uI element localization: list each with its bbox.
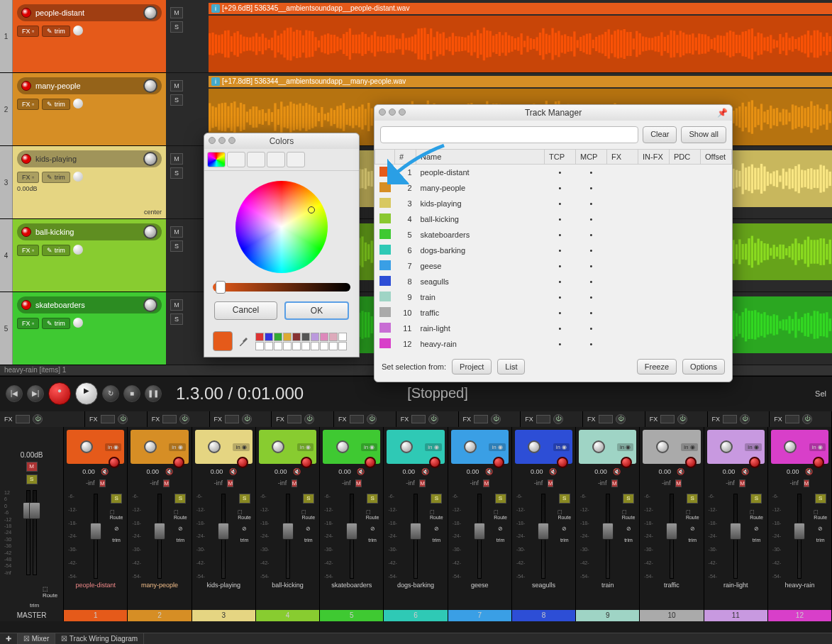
channel-fader[interactable] [797,494,802,579]
fx-slot[interactable] [536,415,550,423]
spectrum-tab[interactable] [267,152,285,167]
track-color-swatch[interactable] [379,307,391,317]
trim-button[interactable]: ✎ trim [42,26,70,37]
color-preset[interactable] [255,333,264,341]
color-preset[interactable] [329,342,338,350]
solo-button[interactable]: S [623,494,634,504]
mute-button[interactable]: M [163,479,170,487]
record-arm-icon[interactable] [621,457,632,468]
table-header[interactable]: Offset [701,150,732,165]
mcp-dot[interactable]: • [576,180,607,196]
fx-slot[interactable] [350,415,364,423]
table-row[interactable]: 6 dogs-barking • • [375,243,732,258]
color-preset[interactable] [301,333,310,341]
in-badge[interactable]: in ◉ [553,443,570,451]
track-search-input[interactable] [380,126,638,143]
solo-button[interactable]: S [431,494,442,504]
color-wheel[interactable] [235,181,328,273]
table-header[interactable]: # [395,150,416,165]
project-button[interactable]: Project [452,359,492,374]
fx-button[interactable]: FX ▫ [17,318,39,329]
record-arm-icon[interactable] [685,457,697,468]
power-icon[interactable]: ⏻ [677,414,687,424]
close-icon[interactable] [379,109,386,116]
table-row[interactable]: 7 geese • • [375,258,732,274]
fx-cell[interactable]: FX ⏻ [396,411,459,427]
power-icon[interactable]: ⏻ [428,414,438,424]
record-arm-icon[interactable] [237,457,248,468]
cancel-button[interactable]: Cancel [214,301,277,320]
trim-button[interactable]: ✎ trim [42,245,70,256]
route-icon[interactable]: ⬚Route [238,509,251,520]
track-manager-panel[interactable]: Track Manager 📌 Clear Show all #NameTCPM… [374,104,733,382]
color-preset[interactable] [338,333,347,341]
tcp-dot[interactable]: • [545,305,576,321]
in-badge[interactable]: in ◉ [489,443,505,451]
fader-cap[interactable] [154,523,165,540]
colorwheel-tab[interactable] [207,152,226,167]
table-header[interactable]: TCP [545,150,576,165]
in-badge[interactable]: in ◉ [425,443,441,451]
route-icon[interactable]: ⬚Route [174,509,187,520]
solo-button[interactable]: S [495,494,506,504]
in-badge[interactable]: in ◉ [681,443,697,451]
solo-button[interactable]: S [170,313,183,325]
channel-fader[interactable] [221,494,226,579]
crayons-tab[interactable] [287,152,305,167]
route-icon[interactable]: ⬚Route [366,509,379,520]
mixer-channel[interactable]: in ◉ 0.00 🔇 -inf M -6--12--18--24--30--4… [128,427,192,621]
route-icon[interactable]: ⬚Route [750,509,763,520]
track-color-swatch[interactable] [379,245,391,255]
mixer-channel[interactable]: in ◉ 0.00 🔇 -inf M -6--12--18--24--30--4… [256,427,320,621]
phase-icon[interactable]: ⊘ [754,526,759,532]
fader-cap[interactable] [410,523,421,540]
color-preset[interactable] [274,342,282,350]
fx-slot[interactable] [287,415,301,423]
route-icon[interactable]: ⬚Route [43,586,57,599]
fx-slot[interactable] [162,415,177,423]
colors-titlebar[interactable]: Colors [204,133,359,149]
tcp-dot[interactable]: • [545,180,576,196]
tcp-dot[interactable]: • [545,321,576,336]
power-icon[interactable]: ⏻ [802,414,812,424]
info-icon[interactable]: i [211,77,220,86]
mute-button[interactable]: M [739,479,745,487]
color-preset[interactable] [338,342,347,350]
channel-number[interactable]: 4 [256,610,319,621]
info-icon[interactable]: i [211,4,220,13]
record-arm-icon[interactable] [557,457,568,468]
pan-knob[interactable] [73,245,83,255]
channel-number[interactable]: 12 [768,610,831,621]
tcp-dot[interactable]: • [545,211,576,227]
mute-button[interactable]: M [99,479,106,487]
palette-tab[interactable] [247,152,265,167]
volume-knob[interactable] [143,6,157,20]
mute-button[interactable]: M [170,7,183,18]
fx-button[interactable]: FX ▫ [17,172,39,183]
fader-cap[interactable] [282,523,294,540]
phase-icon[interactable]: ⊘ [690,526,695,532]
fx-cell[interactable]: FX ⏻ [210,411,272,427]
tcp-dot[interactable]: • [545,227,576,243]
track-color-swatch[interactable] [379,182,391,192]
color-preset[interactable] [320,333,328,341]
color-preset[interactable] [292,342,301,350]
fader-cap[interactable] [218,523,229,540]
record-arm-icon[interactable] [301,457,312,468]
solo-button[interactable]: S [239,494,250,504]
record-arm-icon[interactable] [21,154,31,164]
pan-knob[interactable] [400,440,413,453]
minimize-icon[interactable] [389,109,396,116]
solo-button[interactable]: S [26,474,38,484]
channel-number[interactable]: 8 [512,610,575,621]
mute-button[interactable]: M [675,479,682,487]
table-header[interactable]: IN-FX [638,150,670,165]
fx-slot[interactable] [16,415,30,423]
table-header[interactable] [375,150,395,165]
clear-button[interactable]: Clear [643,126,677,143]
channel-number[interactable]: 2 [128,610,191,621]
route-icon[interactable]: ⬚Route [558,509,571,520]
track-color-swatch[interactable] [379,213,391,223]
prev-button[interactable]: |◀ [6,385,23,402]
track-manager-titlebar[interactable]: Track Manager 📌 [375,105,732,121]
